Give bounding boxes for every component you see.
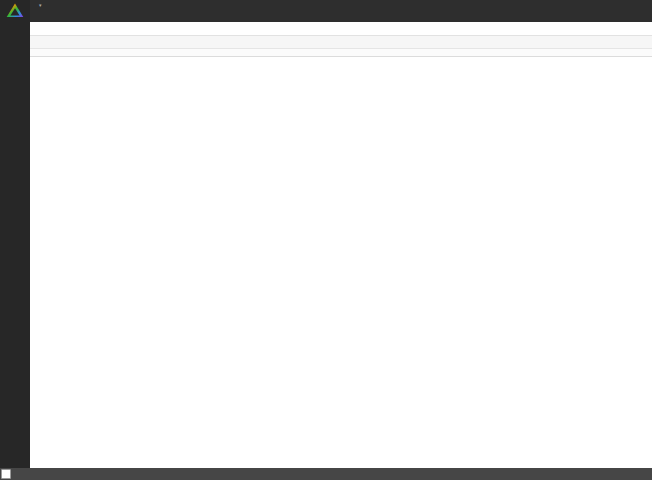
filter-row bbox=[30, 49, 652, 57]
table-header bbox=[30, 36, 652, 49]
pagination-bar bbox=[30, 10, 652, 22]
sip-status[interactable] bbox=[1, 469, 11, 479]
status-bar bbox=[0, 468, 652, 480]
orders-table bbox=[30, 57, 652, 473]
crm-window: ▾ bbox=[0, 0, 652, 480]
sidebar bbox=[0, 0, 30, 468]
app-logo-icon[interactable] bbox=[6, 3, 24, 22]
range-dropdown-icon[interactable]: ▾ bbox=[39, 2, 42, 8]
status-tabs bbox=[30, 22, 652, 36]
results-range-bar: ▾ bbox=[30, 0, 652, 10]
